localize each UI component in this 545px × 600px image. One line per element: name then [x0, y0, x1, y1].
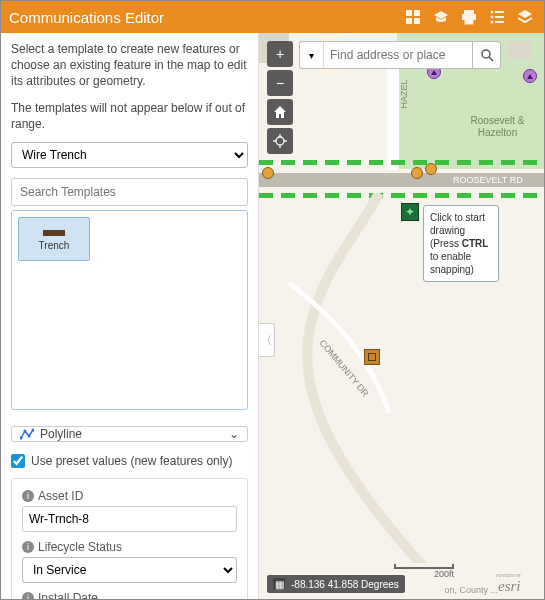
- svg-text:esri: esri: [498, 578, 521, 593]
- app-header: Communications Editor: [1, 1, 544, 33]
- svg-point-17: [276, 137, 284, 145]
- zoom-in-button[interactable]: +: [267, 41, 293, 67]
- purple-marker[interactable]: [523, 69, 537, 83]
- green-dash-bottom: [259, 193, 544, 198]
- svg-rect-3: [414, 18, 420, 24]
- park-label: Roosevelt & Hazelton: [451, 115, 544, 139]
- svg-rect-1: [414, 10, 420, 16]
- lifecycle-label: Lifecycle Status: [38, 540, 122, 554]
- template-label: Trench: [39, 240, 70, 251]
- attribution-text: on, County ...: [444, 585, 498, 595]
- svg-point-11: [491, 21, 494, 24]
- svg-rect-6: [465, 18, 473, 24]
- zoom-out-button[interactable]: −: [267, 70, 293, 96]
- coord-toggle[interactable]: ▦: [273, 578, 285, 590]
- preset-label: Use preset values (new features only): [31, 454, 232, 468]
- preset-row: Use preset values (new features only): [1, 442, 258, 474]
- coordinate-bar: ▦ -88.136 41.858 Degrees: [267, 575, 405, 593]
- list-icon[interactable]: [486, 6, 508, 28]
- road-label-hazel: HAZEL: [399, 79, 409, 108]
- orange-marker[interactable]: [411, 167, 423, 179]
- map-canvas[interactable]: Roosevelt & Hazelton HAZEL ROOSEVELT RD …: [259, 33, 544, 599]
- chevron-down-icon: ⌄: [229, 427, 239, 441]
- map-search-input[interactable]: [323, 41, 473, 69]
- orange-marker[interactable]: [425, 163, 437, 175]
- map-search: ▾: [299, 41, 501, 69]
- search-source-dropdown[interactable]: ▾: [299, 41, 323, 69]
- education-icon[interactable]: [430, 6, 452, 28]
- building: [507, 41, 531, 59]
- layer-select[interactable]: Wire Trench: [11, 142, 248, 168]
- orange-marker[interactable]: [262, 167, 274, 179]
- home-button[interactable]: [267, 99, 293, 125]
- template-search-input[interactable]: [11, 178, 248, 206]
- info-icon: i: [22, 490, 34, 502]
- polyline-icon: [20, 428, 34, 440]
- layers-icon[interactable]: [514, 6, 536, 28]
- green-dash-top: [259, 160, 544, 165]
- svg-point-7: [491, 11, 494, 14]
- svg-line-23: [489, 57, 493, 61]
- fields-panel: iAsset ID iLifecycle Status In Service i…: [11, 478, 248, 599]
- lifecycle-select[interactable]: In Service: [22, 557, 237, 583]
- install-date-label: Install Date: [38, 591, 98, 599]
- header-toolbar: [402, 6, 536, 28]
- svg-point-15: [28, 434, 31, 437]
- print-icon[interactable]: [458, 6, 480, 28]
- svg-rect-8: [495, 11, 504, 13]
- asset-id-label: Asset ID: [38, 489, 83, 503]
- trench-swatch: [43, 230, 65, 236]
- template-list: Trench: [11, 210, 248, 410]
- sidebar-collapse-handle[interactable]: 〈: [259, 323, 275, 357]
- help-text-1: Select a template to create new features…: [11, 41, 248, 90]
- locate-button[interactable]: [267, 128, 293, 154]
- geometry-label: Polyline: [40, 427, 82, 441]
- info-icon: i: [22, 541, 34, 553]
- map-controls: + −: [267, 41, 293, 154]
- svg-rect-0: [406, 10, 412, 16]
- grid-icon[interactable]: [402, 6, 424, 28]
- svg-rect-2: [406, 18, 412, 24]
- feature-marker[interactable]: [364, 349, 380, 365]
- draw-cursor-icon: ✦: [401, 203, 419, 221]
- coord-value: -88.136 41.858 Degrees: [291, 579, 399, 590]
- road-label-roosevelt: ROOSEVELT RD: [453, 175, 523, 185]
- svg-rect-4: [464, 10, 474, 14]
- draw-tooltip: Click to start drawing (Press CTRL to en…: [423, 205, 499, 282]
- template-item-trench[interactable]: Trench: [18, 217, 90, 261]
- svg-rect-12: [495, 21, 504, 23]
- info-icon: i: [22, 592, 34, 599]
- asset-id-input[interactable]: [22, 506, 237, 532]
- svg-point-9: [491, 16, 494, 19]
- road-label-community: COMMUNITY DR: [317, 338, 371, 399]
- search-button[interactable]: [473, 41, 501, 69]
- app-title: Communications Editor: [9, 9, 402, 26]
- svg-rect-10: [495, 16, 504, 18]
- path-overlay: COMMUNITY DR: [259, 193, 544, 563]
- geometry-type-dropdown[interactable]: Polyline ⌄: [11, 426, 248, 442]
- esri-logo: POWERED BY esri: [496, 571, 540, 597]
- help-text-2: The templates will not appear below if o…: [11, 100, 248, 132]
- svg-point-14: [24, 429, 27, 432]
- svg-point-22: [482, 50, 490, 58]
- editor-sidebar: Select a template to create new features…: [1, 33, 259, 599]
- preset-checkbox[interactable]: [11, 454, 25, 468]
